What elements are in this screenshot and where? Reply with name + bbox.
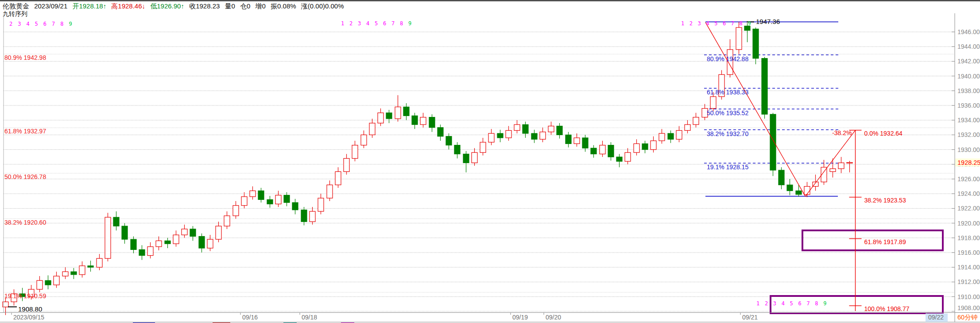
candlestick[interactable]	[113, 211, 119, 230]
candlestick[interactable]	[199, 233, 205, 253]
candlestick[interactable]	[284, 192, 290, 206]
candlestick[interactable]	[582, 135, 588, 152]
candlestick[interactable]	[344, 154, 349, 175]
candlestick[interactable]	[514, 120, 520, 133]
sequence-number: 1	[341, 20, 344, 27]
candlestick[interactable]	[497, 130, 503, 142]
candlestick[interactable]	[600, 141, 605, 157]
candlestick[interactable]	[412, 113, 418, 129]
candlestick[interactable]	[659, 129, 665, 144]
candlestick[interactable]	[54, 272, 59, 288]
candlestick[interactable]	[403, 103, 409, 120]
candlestick[interactable]	[79, 261, 85, 278]
candlestick[interactable]	[608, 142, 614, 161]
candlestick[interactable]	[327, 180, 333, 201]
candlestick[interactable]	[847, 161, 852, 172]
candlestick[interactable]	[838, 157, 844, 173]
candlestick[interactable]	[787, 179, 793, 195]
price-axis-label: 1922.00	[957, 205, 980, 212]
candlestick[interactable]	[685, 120, 690, 133]
candlestick[interactable]	[472, 148, 477, 166]
candlestick[interactable]	[395, 95, 401, 122]
candlestick[interactable]	[233, 201, 239, 219]
candlestick[interactable]	[796, 185, 802, 197]
candlestick[interactable]	[310, 207, 315, 225]
candlestick[interactable]	[165, 238, 170, 248]
candlestick[interactable]	[378, 109, 383, 126]
sequence-number: 9	[408, 20, 411, 27]
candlestick[interactable]	[241, 192, 247, 209]
candlestick[interactable]	[438, 125, 443, 141]
candlestick[interactable]	[37, 276, 43, 292]
candlestick[interactable]	[301, 207, 307, 226]
candlestick[interactable]	[156, 236, 162, 250]
candlestick[interactable]	[62, 267, 68, 279]
candlestick[interactable]	[523, 122, 528, 138]
candlestick[interactable]	[804, 182, 810, 197]
highlight-box[interactable]	[771, 296, 943, 313]
period-label[interactable]: 60分钟	[957, 314, 977, 321]
candlestick[interactable]	[821, 160, 827, 185]
candlestick[interactable]	[216, 222, 221, 242]
candlestick[interactable]	[642, 141, 648, 153]
candlestick[interactable]	[651, 136, 656, 153]
candlestick[interactable]	[292, 199, 298, 214]
candlestick[interactable]	[386, 110, 392, 123]
candlestick[interactable]	[540, 128, 546, 142]
candlestick[interactable]	[830, 159, 836, 178]
candlestick[interactable]	[429, 114, 435, 132]
candlestick[interactable]	[736, 22, 742, 54]
candlestick[interactable]	[616, 154, 622, 167]
candlestick[interactable]	[480, 138, 486, 156]
candlestick[interactable]	[173, 230, 179, 247]
candlestick[interactable]	[762, 57, 767, 118]
candlestick[interactable]	[779, 167, 784, 189]
candlestick[interactable]	[566, 132, 571, 148]
candlestick[interactable]	[45, 275, 51, 289]
candlestick[interactable]	[668, 130, 674, 143]
candlestick[interactable]	[625, 148, 631, 164]
candlestick[interactable]	[557, 123, 562, 139]
candlestick[interactable]	[488, 129, 494, 145]
candlestick[interactable]	[361, 130, 367, 148]
fib-left-label: 19.1% 1910.59	[4, 292, 46, 300]
candlestick[interactable]	[318, 194, 324, 214]
candlestick[interactable]	[454, 142, 460, 159]
candlestick[interactable]	[182, 225, 187, 238]
candlestick-chart[interactable]: 0.0% 1932.6438.2% 1923.5361.8% 1917.8910…	[0, 0, 980, 323]
candlestick[interactable]	[250, 187, 256, 200]
candlestick[interactable]	[190, 226, 196, 241]
candlestick[interactable]	[71, 268, 77, 279]
candlestick[interactable]	[753, 27, 759, 64]
candlestick[interactable]	[463, 151, 469, 172]
candlestick[interactable]	[352, 141, 358, 161]
candlestick[interactable]	[420, 113, 426, 128]
candlestick[interactable]	[369, 119, 375, 138]
candlestick[interactable]	[147, 242, 153, 259]
candlestick[interactable]	[770, 113, 776, 176]
candlestick[interactable]	[446, 133, 452, 150]
sequence-number: 1	[681, 20, 684, 27]
candlestick[interactable]	[506, 126, 511, 140]
candlestick[interactable]	[105, 213, 111, 261]
candlestick[interactable]	[207, 235, 213, 251]
candlestick[interactable]	[335, 167, 341, 187]
candlestick[interactable]	[676, 126, 682, 142]
candle-body	[216, 226, 221, 239]
candlestick[interactable]	[267, 196, 273, 208]
candlestick[interactable]	[122, 223, 128, 244]
blue-fib-label: 19.1% 1928.15	[707, 163, 748, 171]
candlestick[interactable]	[693, 113, 699, 128]
candlestick[interactable]	[139, 245, 145, 260]
candlestick[interactable]	[634, 139, 639, 156]
candlestick[interactable]	[88, 261, 93, 272]
candlestick[interactable]	[258, 188, 264, 202]
candlestick[interactable]	[531, 130, 537, 143]
candlestick[interactable]	[97, 254, 102, 270]
candlestick[interactable]	[131, 236, 136, 253]
candlestick[interactable]	[574, 133, 580, 147]
candlestick[interactable]	[275, 191, 281, 207]
candlestick[interactable]	[224, 211, 230, 229]
candlestick[interactable]	[591, 145, 597, 158]
candlestick[interactable]	[548, 122, 554, 135]
